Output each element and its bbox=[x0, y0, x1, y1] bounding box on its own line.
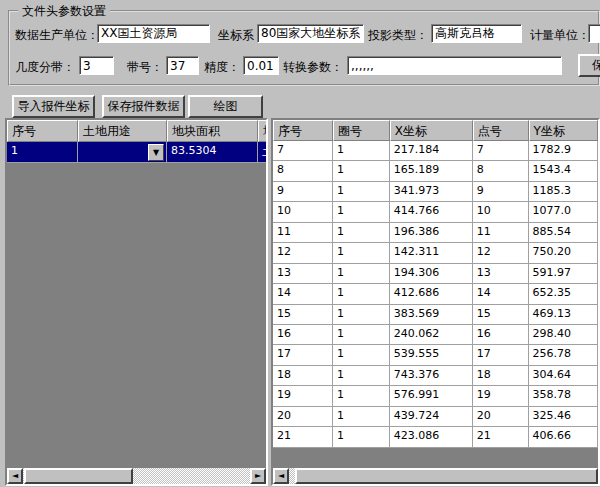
measure-unit-label: 计量单位： bbox=[530, 28, 590, 42]
table-cell: 165.189 bbox=[390, 161, 473, 181]
table-cell: 16 bbox=[473, 325, 529, 345]
table-cell: 256.78 bbox=[529, 345, 598, 365]
column-header: 圈号 bbox=[333, 120, 390, 141]
save-button-partial[interactable]: 保 bbox=[578, 54, 600, 77]
table-cell: 194.306 bbox=[390, 264, 473, 284]
table-cell: 414.766 bbox=[390, 202, 473, 222]
table-cell: 21 bbox=[273, 427, 333, 447]
table-row[interactable]: 131194.30613591.97 bbox=[273, 264, 598, 284]
import-coordinates-button[interactable]: 导入报件坐标 bbox=[12, 95, 95, 118]
coordinates-table-hscrollbar[interactable]: ◄ bbox=[273, 468, 598, 484]
table-cell: 1 bbox=[333, 284, 390, 304]
table-row[interactable]: 151383.56915469.13 bbox=[273, 305, 598, 325]
transform-params-field[interactable] bbox=[347, 56, 562, 75]
table-row[interactable]: 141412.68614652.35 bbox=[273, 284, 598, 304]
table-row[interactable]: 191576.99119358.78 bbox=[273, 386, 598, 406]
table-cell: 539.555 bbox=[390, 345, 473, 365]
table-cell-partial: 土 bbox=[258, 142, 266, 163]
table-cell: 1 bbox=[333, 141, 390, 161]
table-cell: 14 bbox=[473, 284, 529, 304]
table-cell: 12 bbox=[473, 243, 529, 263]
table-row[interactable]: 211423.08621406.66 bbox=[273, 427, 598, 447]
measure-unit-field[interactable] bbox=[588, 24, 600, 43]
table-cell: 20 bbox=[273, 407, 333, 427]
coordinates-table-header: 序号 圈号 X坐标 点号 Y坐标 bbox=[273, 120, 598, 141]
scrollbar-track[interactable] bbox=[133, 468, 250, 484]
table-cell: 1 bbox=[333, 407, 390, 427]
table-cell: 743.376 bbox=[390, 366, 473, 386]
table-cell: 576.991 bbox=[390, 386, 473, 406]
scroll-left-button[interactable]: ◄ bbox=[7, 468, 23, 484]
scrollbar-thumb[interactable] bbox=[295, 468, 598, 484]
land-use-combo-cell: ▼ bbox=[78, 142, 167, 163]
groupbox-title: 文件头参数设置 bbox=[18, 3, 110, 20]
transform-params-label: 转换参数： bbox=[283, 60, 343, 74]
zone-number-label: 带号： bbox=[127, 60, 163, 74]
table-cell: 13 bbox=[473, 264, 529, 284]
table-cell: 20 bbox=[473, 407, 529, 427]
table-row[interactable]: 161240.06216298.40 bbox=[273, 325, 598, 345]
save-report-data-button[interactable]: 保存报件数据 bbox=[102, 95, 185, 118]
table-row[interactable]: 171539.55517256.78 bbox=[273, 345, 598, 365]
column-header: Y坐标 bbox=[529, 120, 598, 141]
table-cell: 1 bbox=[333, 161, 390, 181]
coordinate-system-field[interactable] bbox=[257, 24, 364, 43]
table-row[interactable]: 111196.38611885.54 bbox=[273, 223, 598, 243]
table-cell: 142.311 bbox=[390, 243, 473, 263]
table-cell: 412.686 bbox=[390, 284, 473, 304]
table-cell: 341.973 bbox=[390, 182, 473, 202]
table-row-selected[interactable]: 1 ▼ 83.5304 土 bbox=[7, 142, 266, 163]
table-cell: 21 bbox=[473, 427, 529, 447]
precision-field[interactable] bbox=[243, 56, 279, 75]
precision-label: 精度： bbox=[204, 60, 240, 74]
data-producer-field[interactable] bbox=[97, 24, 210, 43]
app-window: { "header_panel": { "title": "文件头参数设置", … bbox=[0, 0, 600, 487]
arrow-right-icon: ► bbox=[255, 470, 261, 482]
projection-type-field[interactable] bbox=[431, 24, 522, 43]
table-cell: 17 bbox=[473, 345, 529, 365]
zone-number-field[interactable] bbox=[166, 56, 199, 75]
table-cell: 1 bbox=[333, 264, 390, 284]
table-cell: 652.35 bbox=[529, 284, 598, 304]
arrow-left-icon: ◄ bbox=[278, 470, 284, 482]
table-row[interactable]: 181743.37618304.64 bbox=[273, 366, 598, 386]
table-cell: 196.386 bbox=[390, 223, 473, 243]
parcel-table-hscrollbar[interactable]: ◄ ► bbox=[7, 468, 266, 484]
scroll-right-button[interactable]: ► bbox=[250, 468, 266, 484]
table-cell: 15 bbox=[473, 305, 529, 325]
table-cell: 1 bbox=[333, 325, 390, 345]
table-cell: 591.97 bbox=[529, 264, 598, 284]
table-row[interactable]: 81165.18981543.4 bbox=[273, 161, 598, 181]
column-header: 点号 bbox=[473, 120, 529, 141]
dropdown-button[interactable]: ▼ bbox=[148, 144, 164, 161]
table-cell: 12 bbox=[273, 243, 333, 263]
table-cell: 1 bbox=[333, 386, 390, 406]
table-row[interactable]: 121142.31112750.20 bbox=[273, 243, 598, 263]
right-table-rows: 71217.18471782.981165.18981543.491341.97… bbox=[273, 141, 598, 448]
table-cell: 11 bbox=[273, 223, 333, 243]
table-cell: 423.086 bbox=[390, 427, 473, 447]
table-cell: 240.062 bbox=[390, 325, 473, 345]
table-cell: 750.20 bbox=[529, 243, 598, 263]
table-cell: 9 bbox=[473, 182, 529, 202]
table-cell: 8 bbox=[273, 161, 333, 181]
scrollbar-thumb[interactable] bbox=[24, 468, 133, 484]
column-header: 序号 bbox=[273, 120, 333, 141]
zone-width-field[interactable] bbox=[79, 56, 114, 75]
table-cell: 304.64 bbox=[529, 366, 598, 386]
table-row[interactable]: 201439.72420325.46 bbox=[273, 407, 598, 427]
table-cell: 325.46 bbox=[529, 407, 598, 427]
arrow-left-icon: ◄ bbox=[12, 470, 18, 482]
table-row[interactable]: 91341.97391185.3 bbox=[273, 182, 598, 202]
zone-width-label: 几度分带： bbox=[15, 60, 75, 74]
table-cell: 17 bbox=[273, 345, 333, 365]
scroll-left-button[interactable]: ◄ bbox=[273, 468, 289, 484]
table-cell: 383.569 bbox=[390, 305, 473, 325]
table-row[interactable]: 71217.18471782.9 bbox=[273, 141, 598, 161]
table-cell: 11 bbox=[473, 223, 529, 243]
table-row[interactable]: 101414.766101077.0 bbox=[273, 202, 598, 222]
draw-button[interactable]: 绘图 bbox=[188, 95, 263, 118]
table-cell: 15 bbox=[273, 305, 333, 325]
table-cell: 217.184 bbox=[390, 141, 473, 161]
column-header: 序号 bbox=[7, 120, 78, 142]
